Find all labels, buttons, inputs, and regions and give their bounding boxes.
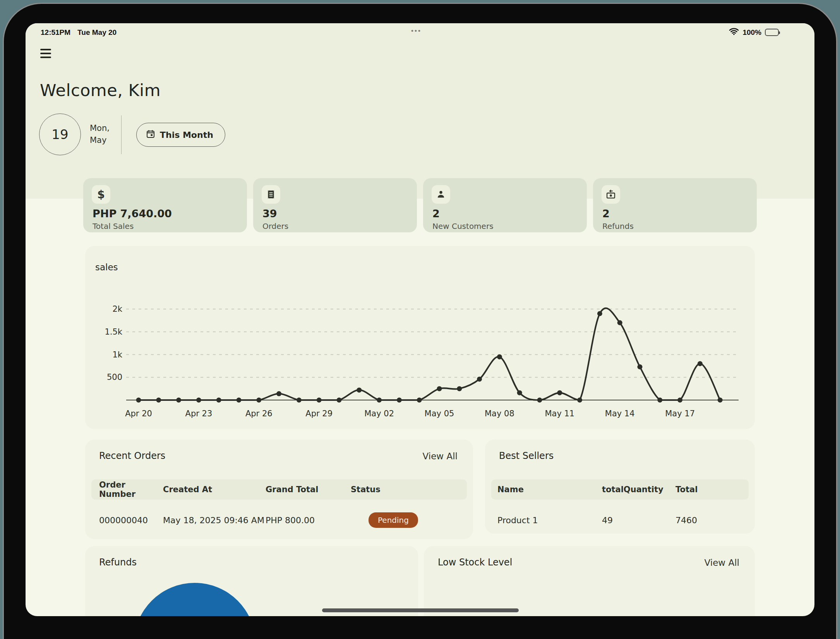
panel-title: Refunds <box>99 557 137 568</box>
view-all-link[interactable]: View All <box>423 451 458 461</box>
stat-value: 39 <box>262 208 277 220</box>
stat-label: Refunds <box>602 222 634 231</box>
svg-text:1.5k: 1.5k <box>105 327 122 337</box>
total-cell: 7460 <box>675 515 742 525</box>
home-indicator[interactable] <box>322 608 519 612</box>
sales-line-chart: 5001k1.5k2kApr 20Apr 23Apr 26Apr 29May 0… <box>85 246 755 429</box>
stat-card-refunds: 2Refunds <box>593 178 757 232</box>
recent-orders-panel: Recent Orders View All Order NumberCreat… <box>85 440 473 539</box>
date-circle: 19 <box>39 113 81 155</box>
best-sellers-panel: Best Sellers NametotalQuantityTotal Prod… <box>485 440 755 534</box>
best-sellers-table-header: NametotalQuantityTotal <box>491 479 749 500</box>
stat-card-new-customers: 2New Customers <box>423 178 587 232</box>
svg-text:May 17: May 17 <box>665 409 695 418</box>
stat-value: 2 <box>432 208 440 220</box>
stat-card-orders: 39Orders <box>253 178 417 232</box>
table-header-cell: totalQuantity <box>602 485 675 494</box>
svg-text:May 11: May 11 <box>545 409 574 418</box>
calendar-icon <box>146 129 155 141</box>
svg-text:2k: 2k <box>112 304 122 314</box>
table-header-cell: Grand Total <box>266 485 351 494</box>
product-name-cell: Product 1 <box>497 515 602 525</box>
panel-title: Best Sellers <box>499 450 554 461</box>
table-row[interactable]: 000000040May 18, 2025 09:46 AMPHP 800.00… <box>91 508 467 532</box>
this-month-button[interactable]: This Month <box>136 123 225 147</box>
chart-title: sales <box>95 262 118 272</box>
svg-text:Apr 20: Apr 20 <box>125 409 152 418</box>
table-header-cell: Created At <box>163 485 266 494</box>
dollar-icon: $ <box>92 185 110 204</box>
battery-percent: 100% <box>742 28 761 37</box>
stat-value: 2 <box>602 208 610 220</box>
page-title: Welcome, Kim <box>40 81 161 100</box>
grand-total-cell: PHP 800.00 <box>266 515 351 525</box>
best-seller-row[interactable]: Product 1497460 <box>491 508 749 532</box>
hamburger-menu-button[interactable] <box>40 49 51 57</box>
table-header-cell: Order Number <box>99 480 163 499</box>
multitask-dots-icon: ••• <box>411 27 422 35</box>
svg-text:May 14: May 14 <box>605 409 635 418</box>
svg-text:May 05: May 05 <box>425 409 454 418</box>
wifi-icon <box>729 27 739 37</box>
screen: 12:51PM Tue May 20 ••• 100% Welcome, Kim… <box>26 23 814 616</box>
refunds-pie-chart <box>134 583 255 616</box>
svg-text:Apr 23: Apr 23 <box>185 409 213 418</box>
svg-text:Apr 26: Apr 26 <box>245 409 273 418</box>
person-icon <box>432 185 450 204</box>
svg-text:1k: 1k <box>112 350 122 359</box>
top-band <box>26 23 814 199</box>
panel-title: Recent Orders <box>99 450 165 461</box>
refund-icon <box>602 185 620 204</box>
orders-table-header: Order NumberCreated AtGrand TotalStatus <box>91 479 467 500</box>
stats-row: $PHP 7,640.00Total Sales39Orders2New Cus… <box>83 178 757 232</box>
order-number-cell: 000000040 <box>99 515 163 525</box>
stat-label: Total Sales <box>93 222 134 231</box>
refunds-panel: Refunds <box>85 546 418 616</box>
table-header-cell: Total <box>675 485 742 494</box>
svg-text:500: 500 <box>107 373 122 382</box>
view-all-link[interactable]: View All <box>705 558 739 568</box>
svg-text:Apr 29: Apr 29 <box>305 409 333 418</box>
stat-card-total-sales: $PHP 7,640.00Total Sales <box>83 178 247 232</box>
created-at-cell: May 18, 2025 09:46 AM <box>163 515 266 525</box>
receipt-icon <box>262 185 280 204</box>
status-date: Tue May 20 <box>77 28 117 37</box>
stat-label: Orders <box>262 222 288 231</box>
panel-title: Low Stock Level <box>438 557 512 568</box>
table-header-cell: Name <box>497 485 602 494</box>
table-header-cell: Status <box>351 485 459 494</box>
stat-label: New Customers <box>432 222 494 231</box>
stat-value: PHP 7,640.00 <box>93 208 172 220</box>
svg-text:May 02: May 02 <box>364 409 394 418</box>
date-weekday-month: Mon, May <box>90 122 110 146</box>
sales-chart-panel: sales 5001k1.5k2kApr 20Apr 23Apr 26Apr 2… <box>85 246 755 429</box>
svg-text:May 08: May 08 <box>485 409 514 418</box>
status-badge: Pending <box>369 512 418 528</box>
status-time: 12:51PM <box>41 28 70 37</box>
divider <box>121 115 122 154</box>
total-quantity-cell: 49 <box>602 515 675 525</box>
date-day: 19 <box>51 127 68 142</box>
battery-icon <box>765 29 779 36</box>
status-bar: 12:51PM Tue May 20 ••• 100% <box>26 23 814 41</box>
low-stock-panel: Low Stock Level View All <box>424 546 755 616</box>
